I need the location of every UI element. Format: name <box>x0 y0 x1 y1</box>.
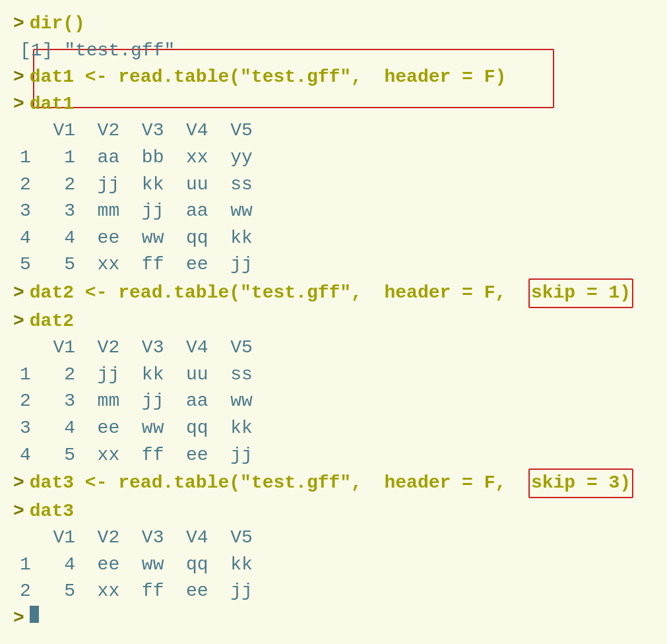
prompt-6: > <box>13 470 24 497</box>
dat2-row3: 3 4 ee ww qq kk <box>20 415 253 442</box>
line-dat2-read: > dat2 <- read.table("test.gff", header … <box>13 278 654 308</box>
line-dat1-header: V1 V2 V3 V4 V5 <box>13 117 654 145</box>
prompt-1: > <box>13 11 24 38</box>
line-dat1-read: > dat1 <- read.table("test.gff", header … <box>13 64 654 91</box>
code-dir: dir() <box>30 11 85 38</box>
line-dat3-read: > dat3 <- read.table("test.gff", header … <box>13 468 654 498</box>
output-dir-text: [1] "test.gff" <box>20 38 175 65</box>
line-dat3-r2: 2 5 xx ff ee jj <box>13 578 654 605</box>
line-dat1-r5: 5 5 xx ff ee jj <box>13 251 654 278</box>
dat1-row1: 1 1 aa bb xx yy <box>20 145 253 172</box>
line-dat3: > dat3 <box>13 498 654 525</box>
line-dat2: > dat2 <box>13 308 654 335</box>
dat1-row3: 3 3 mm jj aa ww <box>20 198 253 225</box>
code-dat3: dat3 <box>30 498 74 525</box>
prompt-7: > <box>13 498 24 525</box>
prompt-final: > <box>13 605 24 632</box>
dat1-header-text: V1 V2 V3 V4 V5 <box>20 117 253 145</box>
code-dat2-skip: skip = 1) <box>528 278 633 308</box>
code-dat1: dat1 <box>30 91 74 118</box>
code-dat2-read: dat2 <- read.table("test.gff", header = … <box>30 280 528 307</box>
code-dat1-read: dat1 <- read.table("test.gff", header = … <box>30 64 507 91</box>
line-dat1-r2: 2 2 jj kk uu ss <box>13 172 654 199</box>
line-dat1-r4: 4 4 ee ww qq kk <box>13 225 654 252</box>
dat1-row5: 5 5 xx ff ee jj <box>20 251 253 278</box>
line-dat3-r1: 1 4 ee ww qq kk <box>13 552 654 579</box>
dat2-row4: 4 5 xx ff ee jj <box>20 442 253 469</box>
dat2-row1: 1 2 jj kk uu ss <box>20 362 253 389</box>
line-dat2-header: V1 V2 V3 V4 V5 <box>13 335 654 362</box>
line-dat2-r3: 3 4 ee ww qq kk <box>13 415 654 442</box>
line-dat2-r2: 2 3 mm jj aa ww <box>13 388 654 415</box>
console-block: > dir() [1] "test.gff" > dat1 <- read.ta… <box>13 11 654 632</box>
dat2-header-text: V1 V2 V3 V4 V5 <box>20 335 253 362</box>
prompt-5: > <box>13 308 24 335</box>
dat1-row4: 4 4 ee ww qq kk <box>20 225 253 252</box>
line-dat1: > dat1 <box>13 91 654 118</box>
line-dat3-header: V1 V2 V3 V4 V5 <box>13 525 654 552</box>
line-dat2-r4: 4 5 xx ff ee jj <box>13 442 654 469</box>
line-dat1-r3: 3 3 mm jj aa ww <box>13 198 654 225</box>
code-dat2: dat2 <box>30 308 74 335</box>
dat2-row2: 2 3 mm jj aa ww <box>20 388 253 415</box>
line-final-prompt: > <box>13 605 654 632</box>
code-dat3-skip: skip = 3) <box>528 468 633 498</box>
dat3-header-text: V1 V2 V3 V4 V5 <box>20 525 253 552</box>
line-dir: > dir() <box>13 11 654 38</box>
cursor-block <box>30 606 39 623</box>
prompt-3: > <box>13 91 24 118</box>
dat3-row2: 2 5 xx ff ee jj <box>20 578 253 605</box>
line-dat1-r1: 1 1 aa bb xx yy <box>13 145 654 172</box>
code-dat3-read: dat3 <- read.table("test.gff", header = … <box>30 470 528 497</box>
prompt-2: > <box>13 64 24 91</box>
line-dat2-r1: 1 2 jj kk uu ss <box>13 362 654 389</box>
dat3-row1: 1 4 ee ww qq kk <box>20 552 253 579</box>
prompt-4: > <box>13 280 24 307</box>
dat1-row2: 2 2 jj kk uu ss <box>20 172 253 199</box>
line-output-dir: [1] "test.gff" <box>13 38 654 65</box>
